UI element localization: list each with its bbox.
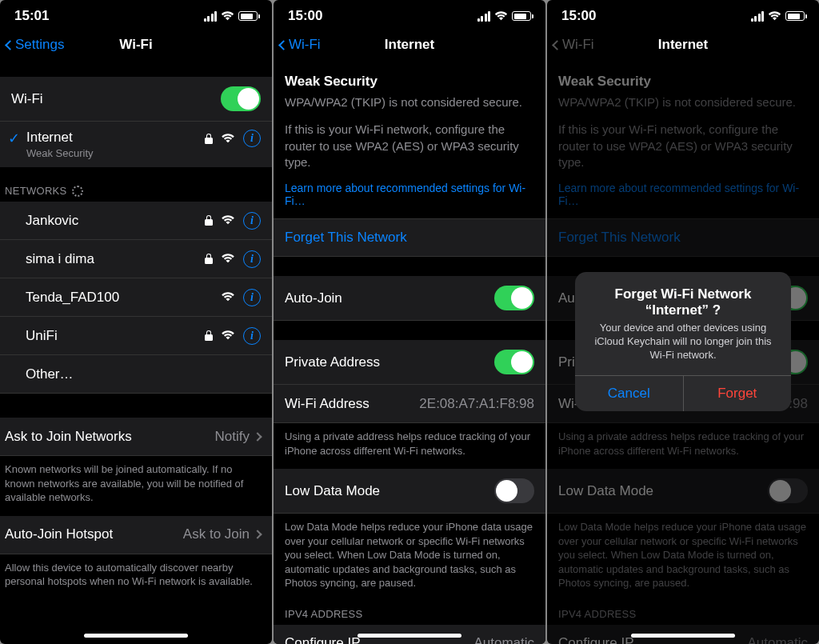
network-row[interactable]: Jankovici xyxy=(0,202,272,240)
private-address-label: Private Address xyxy=(285,354,494,370)
network-row[interactable]: Other… xyxy=(0,355,272,394)
wifi-signal-icon xyxy=(221,292,235,302)
chevron-right-icon xyxy=(253,530,262,538)
ask-footer: Known networks will be joined automatica… xyxy=(0,456,272,516)
wifi-address-value: 2E:08:A7:A1:F8:98 xyxy=(419,396,534,412)
wifi-status-icon xyxy=(221,11,234,22)
forget-label: Forget This Network xyxy=(285,230,407,246)
network-row[interactable]: Tenda_FAD100i xyxy=(0,278,272,317)
connected-name: Internet xyxy=(26,130,205,146)
low-data-footer: Low Data Mode helps reduce your iPhone d… xyxy=(274,514,545,602)
private-address-footer: Using a private address helps reduce tra… xyxy=(274,423,545,469)
hotspot-label: Auto-Join Hotspot xyxy=(5,526,183,542)
alert-message: Your device and other devices using iClo… xyxy=(586,322,780,362)
lock-icon xyxy=(205,134,213,144)
chevron-left-icon xyxy=(278,40,289,50)
networks-header: NETWORKS xyxy=(0,178,272,202)
wifi-toggle-row[interactable]: Wi-Fi xyxy=(0,77,272,122)
private-address-toggle[interactable] xyxy=(494,350,534,374)
status-time: 15:00 xyxy=(288,8,322,24)
spinner-icon xyxy=(72,186,83,197)
auto-join-label: Auto-Join xyxy=(285,290,494,306)
cellular-icon xyxy=(477,11,491,22)
info-icon[interactable]: i xyxy=(243,327,261,345)
hotspot-footer: Allow this device to automatically disco… xyxy=(0,554,272,600)
lock-icon xyxy=(205,254,213,264)
info-icon[interactable]: i xyxy=(243,250,261,268)
connected-sub: Weak Security xyxy=(26,147,205,159)
learn-more-link[interactable]: Learn more about recommended settings fo… xyxy=(274,170,545,218)
wifi-address-label: Wi-Fi Address xyxy=(285,396,419,412)
back-label: Settings xyxy=(15,37,64,53)
status-time: 15:00 xyxy=(561,8,596,24)
weak-body2: If this is your Wi-Fi network, configure… xyxy=(285,122,534,170)
back-label: Wi-Fi xyxy=(289,37,321,53)
chevron-right-icon xyxy=(253,432,262,441)
back-button[interactable]: Settings xyxy=(6,37,64,53)
screen-forget-alert: 15:00 Wi-Fi Internet Weak Security WPA/W… xyxy=(547,0,819,644)
weak-security-block: Weak Security WPA/WPA2 (TKIP) is not con… xyxy=(274,62,545,170)
ask-value: Notify xyxy=(215,429,250,445)
info-icon[interactable]: i xyxy=(243,212,261,230)
weak-title: Weak Security xyxy=(285,74,534,90)
nav-bar: Wi-Fi Internet xyxy=(547,29,819,62)
chevron-left-icon xyxy=(5,40,15,50)
lock-icon xyxy=(205,330,213,341)
configure-ip-value: Automatic xyxy=(473,635,534,644)
network-name: Tenda_FAD100 xyxy=(26,290,221,306)
status-bar: 15:00 xyxy=(274,0,545,29)
wifi-status-icon xyxy=(768,11,781,22)
wifi-signal-icon xyxy=(221,215,235,226)
network-name: UniFi xyxy=(26,328,205,344)
forget-button[interactable]: Forget xyxy=(684,376,792,411)
ipv4-header: IPV4 ADDRESS xyxy=(274,602,545,625)
network-name: Other… xyxy=(26,366,261,382)
checkmark-icon: ✓ xyxy=(8,130,20,147)
status-time: 15:01 xyxy=(14,8,49,24)
cellular-icon xyxy=(204,11,218,22)
back-button: Wi-Fi xyxy=(553,37,594,53)
cellular-icon xyxy=(751,11,765,22)
info-icon[interactable]: i xyxy=(243,130,261,147)
hotspot-value: Ask to Join xyxy=(183,526,250,542)
back-label: Wi-Fi xyxy=(562,37,594,53)
forget-network-row[interactable]: Forget This Network xyxy=(274,218,545,257)
battery-icon xyxy=(238,11,258,21)
wifi-signal-icon xyxy=(221,134,235,144)
nav-bar: Settings Wi-Fi xyxy=(0,29,272,62)
nav-bar: Wi-Fi Internet xyxy=(274,29,545,62)
network-row[interactable]: sima i dimai xyxy=(0,240,272,278)
wifi-toggle-label: Wi-Fi xyxy=(11,91,221,107)
auto-join-toggle[interactable] xyxy=(494,286,534,310)
info-icon[interactable]: i xyxy=(243,289,261,306)
network-name: sima i dima xyxy=(26,251,205,267)
wifi-toggle[interactable] xyxy=(221,86,261,111)
wifi-signal-icon xyxy=(221,330,235,341)
home-indicator[interactable] xyxy=(631,634,735,638)
low-data-toggle[interactable] xyxy=(494,478,534,503)
low-data-row[interactable]: Low Data Mode xyxy=(274,469,545,514)
home-indicator[interactable] xyxy=(358,634,461,638)
ask-to-join-row[interactable]: Ask to Join Networks Notify xyxy=(0,418,272,456)
weak-body1: WPA/WPA2 (TKIP) is not considered secure… xyxy=(285,94,534,110)
cancel-button[interactable]: Cancel xyxy=(575,376,684,411)
alert-title: Forget Wi-Fi Network “Internet” ? xyxy=(586,286,780,318)
auto-join-hotspot-row[interactable]: Auto-Join Hotspot Ask to Join xyxy=(0,516,272,554)
status-bar: 15:00 xyxy=(547,0,819,29)
wifi-signal-icon xyxy=(221,254,235,264)
wifi-status-icon xyxy=(494,11,508,22)
connected-network-row[interactable]: ✓ Internet Weak Security i xyxy=(0,122,272,167)
status-bar: 15:01 xyxy=(0,0,272,29)
auto-join-row[interactable]: Auto-Join xyxy=(274,276,545,321)
screen-network-detail: 15:00 Wi-Fi Internet Weak Security WPA/W… xyxy=(274,0,545,644)
private-address-row[interactable]: Private Address xyxy=(274,340,545,385)
home-indicator[interactable] xyxy=(84,634,188,638)
network-row[interactable]: UniFii xyxy=(0,317,272,355)
screen-wifi-list: 15:01 Settings Wi-Fi Wi-Fi ✓ Internet We… xyxy=(0,0,272,644)
battery-icon xyxy=(512,11,531,21)
ask-label: Ask to Join Networks xyxy=(5,429,215,445)
back-button[interactable]: Wi-Fi xyxy=(280,37,321,53)
chevron-left-icon xyxy=(552,40,562,50)
low-data-label: Low Data Mode xyxy=(285,483,494,499)
lock-icon xyxy=(205,215,213,226)
